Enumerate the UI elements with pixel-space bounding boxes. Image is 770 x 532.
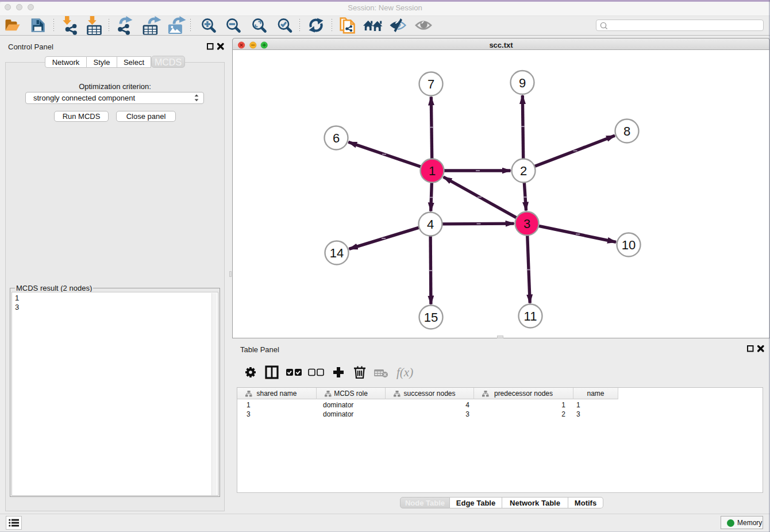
svg-text:f(x): f(x) xyxy=(396,365,413,379)
svg-text:1: 1 xyxy=(429,164,436,178)
svg-text:2: 2 xyxy=(520,164,527,178)
svg-text:7: 7 xyxy=(428,77,434,91)
svg-text:11: 11 xyxy=(524,309,537,323)
svg-text:14: 14 xyxy=(330,246,344,260)
svg-text:6: 6 xyxy=(333,131,340,145)
svg-text:4: 4 xyxy=(427,217,434,232)
svg-text:15: 15 xyxy=(424,310,438,325)
svg-text:9: 9 xyxy=(519,76,526,90)
svg-text:10: 10 xyxy=(622,238,636,252)
svg-text:3: 3 xyxy=(523,217,530,231)
svg-text:8: 8 xyxy=(623,124,630,138)
